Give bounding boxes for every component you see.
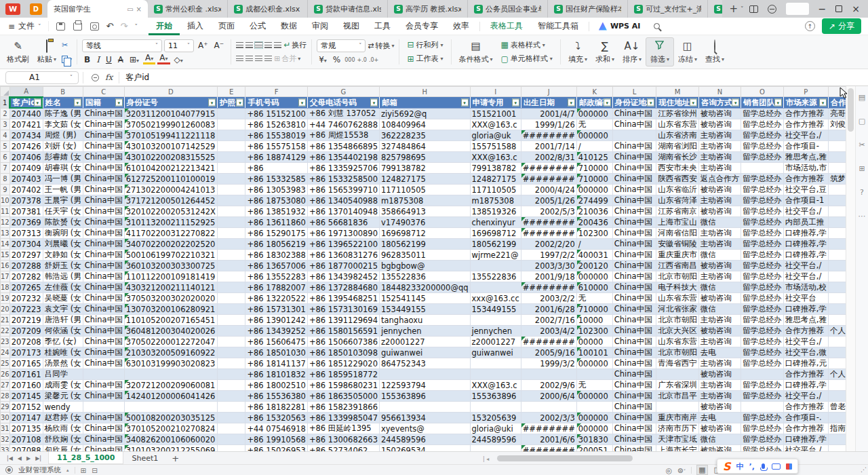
- cell-A16[interactable]: 207288: [9, 261, 43, 271]
- cell-D7[interactable]: 610104200212213421: [124, 163, 217, 174]
- ribbon-tab-公式[interactable]: 公式: [242, 18, 273, 35]
- cell-H22[interactable]: jennychen: [379, 326, 470, 337]
- cell-B6[interactable]: 彭睿婧 (女: [43, 152, 83, 163]
- cell-P8[interactable]: 合作方推荐: [783, 174, 828, 185]
- cell-L11[interactable]: China中国: [612, 206, 656, 217]
- cell-F9[interactable]: +86 13053983: [245, 185, 307, 195]
- cell-N3[interactable]: 被动咨询: [698, 119, 741, 130]
- cell-I20[interactable]: 153449155: [470, 304, 521, 315]
- cell-P10[interactable]: 合作项目-1: [783, 195, 828, 206]
- close-tab-icon[interactable]: ×: [136, 5, 142, 13]
- cell-F31[interactable]: +44 07546918: [245, 423, 307, 434]
- cell-I25[interactable]: [470, 358, 521, 369]
- ribbon-tab-效率[interactable]: 效率: [446, 18, 477, 35]
- cell-F23[interactable]: +86 15606475: [245, 337, 307, 347]
- cell-M13[interactable]: 河南省信阳: [656, 228, 699, 239]
- cell-J29[interactable]: [521, 402, 576, 413]
- cell-M9[interactable]: 山东省临沂: [656, 185, 699, 195]
- cell-H28[interactable]: 155363896: [379, 391, 470, 402]
- bold-button[interactable]: B: [82, 55, 92, 64]
- cell-P29[interactable]: 合作方推荐: [783, 402, 828, 413]
- cell-D26[interactable]: [124, 369, 217, 380]
- cell-D6[interactable]: 430102200208315525: [124, 152, 217, 163]
- cell-B3[interactable]: 李文茹 (女: [43, 119, 83, 130]
- row-header-25[interactable]: 25: [1, 358, 10, 369]
- cell-J11[interactable]: 2002/5/3: [521, 206, 576, 217]
- cell-M8[interactable]: 陕西省西安: [656, 174, 699, 185]
- cell-B12[interactable]: 陈歆赟 (女: [43, 217, 83, 228]
- cell-B19[interactable]: 吴晓蔓 (女: [43, 293, 83, 304]
- col-header-G[interactable]: G: [307, 87, 379, 97]
- cell-K24[interactable]: 100101: [576, 347, 612, 358]
- cell-D21[interactable]: 110105200207165451: [124, 315, 217, 326]
- status-list-icon[interactable]: ⊟: [92, 466, 98, 474]
- row-header-14[interactable]: 14: [1, 239, 10, 250]
- cell-J23[interactable]: ########: [521, 337, 576, 347]
- cell-C16[interactable]: China中国: [83, 261, 124, 271]
- document-tab[interactable]: S高学历 教授.xlsx: [388, 0, 468, 18]
- cell-H13[interactable]: 169698712: [379, 228, 470, 239]
- cell-H24[interactable]: guiwanwei: [379, 347, 470, 358]
- cell-H20[interactable]: 153449155: [379, 304, 470, 315]
- cell-H16[interactable]: bgbgbow@: [379, 261, 470, 271]
- cell-C7[interactable]: China中国: [83, 163, 124, 174]
- cell-K2[interactable]: 000000: [576, 109, 612, 119]
- cell-E25[interactable]: [217, 358, 245, 369]
- cell-G24[interactable]: +86 1850103098: [307, 347, 379, 358]
- cell-C2[interactable]: China中国: [83, 109, 124, 119]
- cell-A31[interactable]: 207135: [9, 423, 43, 434]
- cell-L19[interactable]: China中国: [612, 293, 656, 304]
- new-document-tab-button[interactable]: +: [722, 3, 741, 15]
- cell-F10[interactable]: +86 18753080: [245, 195, 307, 206]
- cell-N12[interactable]: 微信: [698, 217, 741, 228]
- row-header-4[interactable]: 4: [1, 130, 10, 141]
- row-header-11[interactable]: 11: [1, 206, 10, 217]
- cell-A13[interactable]: 207313: [9, 228, 43, 239]
- cell-G33[interactable]: +86 52734062: [307, 445, 379, 452]
- cell-E8[interactable]: [217, 174, 245, 185]
- cell-G8[interactable]: +86 1533258500: [307, 174, 379, 185]
- cell-M26[interactable]: [656, 369, 699, 380]
- cell-I6[interactable]: XXX@163.c: [470, 152, 521, 163]
- redo-icon[interactable]: ↷: [120, 21, 127, 31]
- cell-L10[interactable]: China中国: [612, 195, 656, 206]
- tab-list-caret-icon[interactable]: ˅: [741, 5, 749, 12]
- cell-C18[interactable]: China中国: [83, 282, 124, 293]
- cell-P4[interactable]: 社交平台,/: [783, 130, 828, 141]
- cell-Q25[interactable]: [828, 358, 846, 369]
- cell-H5[interactable]: 327484864: [379, 141, 470, 152]
- cell-J8[interactable]: ########: [521, 174, 576, 185]
- cell-J2[interactable]: 2001/4/7: [521, 109, 576, 119]
- last-sheet-icon[interactable]: ▶|: [35, 455, 41, 461]
- row-header-5[interactable]: 5: [1, 141, 10, 152]
- share-button[interactable]: ↗ 分享: [822, 18, 861, 34]
- cell-I12[interactable]: chenxinyur: [470, 217, 521, 228]
- cell-L15[interactable]: China中国: [612, 250, 656, 261]
- cell-N15[interactable]: 微信: [698, 250, 741, 261]
- horizontal-scrollbar-thumb[interactable]: [497, 455, 633, 461]
- cell-J17[interactable]: 2001/9/18: [521, 271, 576, 282]
- row-header-1[interactable]: 1: [1, 97, 10, 109]
- row-header-22[interactable]: 22: [1, 326, 10, 337]
- cell-C22[interactable]: China中国: [83, 326, 124, 337]
- cell-O11[interactable]: 留学总经办: [741, 206, 784, 217]
- filter-dropdown-icon[interactable]: ▾: [461, 99, 469, 107]
- cell-J26[interactable]: [521, 369, 576, 380]
- cell-I18[interactable]: [470, 282, 521, 293]
- cell-P2[interactable]: 合作方推荐: [783, 109, 828, 119]
- cell-L23[interactable]: China中国: [612, 337, 656, 347]
- cell-G25[interactable]: +86 1851229020: [307, 358, 379, 369]
- row-header-15[interactable]: 15: [1, 250, 10, 261]
- cell-J12[interactable]: ########: [521, 217, 576, 228]
- col-header-K[interactable]: K: [576, 87, 612, 97]
- ribbon-tab-插入[interactable]: 插入: [180, 18, 211, 35]
- cell-B27[interactable]: 成雨雯 (女: [43, 380, 83, 391]
- cut-icon[interactable]: ✂: [62, 41, 72, 50]
- normal-view-icon[interactable]: ▦: [697, 466, 707, 474]
- table-header-K1[interactable]: 邮政编码▾: [576, 97, 612, 109]
- cell-H8[interactable]: 124827175: [379, 174, 470, 185]
- cell-H3[interactable]: 108409964: [379, 119, 470, 130]
- cell-G32[interactable]: +86 1300682663: [307, 434, 379, 445]
- cell-A17[interactable]: 207282: [9, 271, 43, 282]
- cell-A25[interactable]: 207165: [9, 358, 43, 369]
